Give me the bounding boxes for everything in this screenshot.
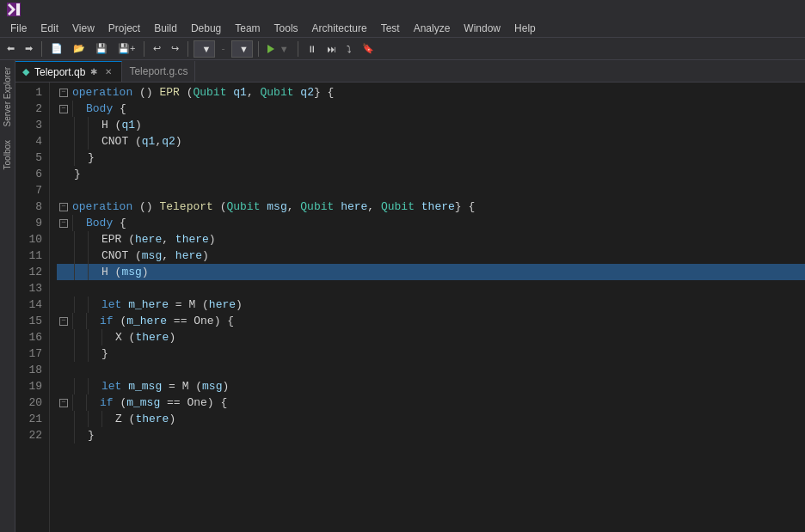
code-line-2[interactable]: −Body { xyxy=(57,101,805,117)
token: here xyxy=(135,231,162,248)
code-line-14[interactable]: let m_here = M (here) xyxy=(57,297,805,313)
code-line-16[interactable]: X (there) xyxy=(57,329,805,345)
new-project-button[interactable]: 📄 xyxy=(47,41,66,56)
token: m_msg xyxy=(128,378,162,394)
token: ) xyxy=(236,297,243,313)
fold-indicator-15[interactable]: − xyxy=(57,315,71,328)
fold-indicator-5 xyxy=(57,151,72,165)
save-button[interactable]: 💾 xyxy=(92,41,111,56)
code-line-13[interactable] xyxy=(57,280,805,297)
token xyxy=(334,199,341,215)
token: ) xyxy=(142,264,149,280)
sidebar-item-toolbox[interactable]: Toolbox xyxy=(1,133,14,176)
code-line-22[interactable]: } xyxy=(57,427,805,443)
code-line-6[interactable]: } xyxy=(57,166,805,182)
line-num-14: 14 xyxy=(15,297,42,313)
menu-item-team[interactable]: Team xyxy=(228,21,267,36)
token: there xyxy=(421,199,455,215)
code-line-7[interactable] xyxy=(57,182,805,199)
code-line-19[interactable]: let m_msg = M (msg) xyxy=(57,378,805,394)
menu-item-edit[interactable]: Edit xyxy=(34,21,65,36)
code-line-11[interactable]: CNOT (msg, here) xyxy=(57,248,805,264)
token: } { xyxy=(455,199,475,215)
code-line-18[interactable] xyxy=(57,362,805,378)
code-line-12[interactable]: H (msg) xyxy=(57,264,805,280)
indent-guide xyxy=(88,117,101,133)
fold-indicator-8[interactable]: − xyxy=(57,200,71,214)
token: q2 xyxy=(162,133,175,150)
code-line-1[interactable]: −operation () EPR (Qubit q1, Qubit q2} { xyxy=(57,84,805,101)
fold-indicator-1[interactable]: − xyxy=(57,86,71,100)
token: , xyxy=(162,248,175,264)
fold-indicator-9[interactable]: − xyxy=(57,217,71,230)
token: { xyxy=(113,101,126,117)
save-all-button[interactable]: 💾+ xyxy=(114,41,138,56)
menu-bar: FileEditViewProjectBuildDebugTeamToolsAr… xyxy=(0,19,805,38)
step-into-button[interactable]: ⤵ xyxy=(343,42,355,56)
token: there xyxy=(135,329,169,345)
fold-indicator-2[interactable]: − xyxy=(57,102,71,116)
sidebar-item-server-explorer[interactable]: Server Explorer xyxy=(1,60,14,133)
line-num-21: 21 xyxy=(15,411,42,427)
indent-guide xyxy=(88,248,101,264)
token: if xyxy=(100,313,114,329)
tab-name-teleport-g-cs: Teleport.g.cs xyxy=(129,65,187,77)
undo-button[interactable]: ↩ xyxy=(150,41,164,56)
menu-item-test[interactable]: Test xyxy=(374,21,407,36)
redo-button[interactable]: ↪ xyxy=(168,41,182,56)
code-line-20[interactable]: −if (m_msg == One) { xyxy=(57,394,805,411)
token: m_here xyxy=(128,297,169,313)
platform-dropdown[interactable]: ▼ xyxy=(231,40,253,58)
token: q1 xyxy=(142,133,156,150)
bookmark-button[interactable]: 🔖 xyxy=(359,41,378,56)
code-line-10[interactable]: EPR (here, there) xyxy=(57,231,805,248)
tab-close-teleport-qb[interactable]: ✕ xyxy=(102,66,114,78)
code-content[interactable]: −operation () EPR (Qubit q1, Qubit q2} {… xyxy=(50,83,805,532)
token: ( xyxy=(114,313,127,329)
code-line-3[interactable]: H (q1) xyxy=(57,117,805,133)
menu-item-analyze[interactable]: Analyze xyxy=(407,21,458,36)
code-editor[interactable]: 12345678910111213141516171819202122 −ope… xyxy=(15,83,805,532)
code-line-15[interactable]: −if (m_here == One) { xyxy=(57,313,805,329)
menu-item-build[interactable]: Build xyxy=(147,21,184,36)
token: msg xyxy=(142,248,162,264)
menu-item-help[interactable]: Help xyxy=(507,21,543,36)
indent-guide xyxy=(74,264,88,280)
token: H ( xyxy=(101,117,121,133)
menu-item-view[interactable]: View xyxy=(65,21,101,36)
open-button[interactable]: 📂 xyxy=(70,41,89,56)
code-line-8[interactable]: −operation () Teleport (Qubit msg, Qubit… xyxy=(57,199,805,215)
tab-teleport-g-cs[interactable]: Teleport.g.cs xyxy=(122,61,195,82)
debug-toolbar-button[interactable]: ⏸ xyxy=(304,42,320,56)
tab-teleport-qb[interactable]: ◆ Teleport.qb ✱ ✕ xyxy=(15,61,122,82)
toolbar: ⬅ ➡ 📄 📂 💾 💾+ ↩ ↪ ▼ - ▼ ▼ ⏸ ⏭ ⤵ 🔖 xyxy=(0,38,805,60)
tab-name-teleport-qb: Teleport.qb xyxy=(34,66,85,78)
code-line-9[interactable]: −Body { xyxy=(57,215,805,231)
debug-config-dropdown[interactable]: ▼ xyxy=(194,40,215,58)
indent-guide xyxy=(88,231,101,248)
menu-item-window[interactable]: Window xyxy=(457,21,507,36)
code-line-5[interactable]: } xyxy=(57,150,805,166)
code-line-21[interactable]: Z (there) xyxy=(57,411,805,427)
line-num-12: 12 xyxy=(15,264,42,280)
token: Qubit xyxy=(226,199,260,215)
step-button[interactable]: ⏭ xyxy=(323,42,340,56)
token: , xyxy=(247,84,261,101)
menu-item-tools[interactable]: Tools xyxy=(267,21,305,36)
token: q1 xyxy=(121,117,135,133)
menu-item-architecture[interactable]: Architecture xyxy=(305,21,374,36)
code-line-17[interactable]: } xyxy=(57,345,805,362)
menu-item-debug[interactable]: Debug xyxy=(184,21,228,36)
start-button[interactable]: ▼ xyxy=(264,43,292,55)
back-button[interactable]: ⬅ xyxy=(3,41,18,56)
fold-indicator-20[interactable]: − xyxy=(57,396,71,410)
code-line-4[interactable]: CNOT (q1,q2) xyxy=(57,133,805,150)
token: here xyxy=(209,297,236,313)
indent-guide xyxy=(74,378,88,394)
token: One) { xyxy=(187,394,227,411)
menu-item-file[interactable]: File xyxy=(3,21,34,36)
token: let xyxy=(101,297,121,313)
token: operation xyxy=(72,199,132,215)
forward-button[interactable]: ➡ xyxy=(22,41,36,56)
menu-item-project[interactable]: Project xyxy=(101,21,147,36)
